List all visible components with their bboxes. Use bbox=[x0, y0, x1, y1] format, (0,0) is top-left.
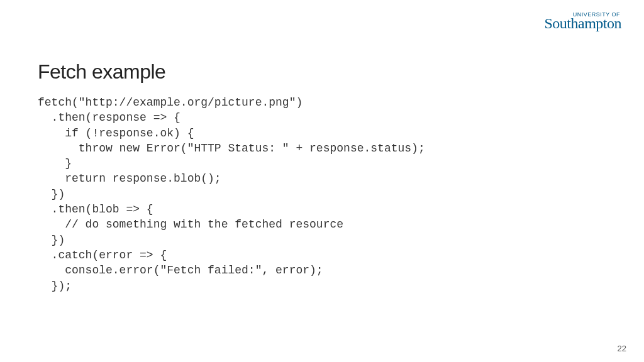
slide-title: Fetch example bbox=[38, 60, 606, 84]
university-logo: UNIVERSITY OF Southampton bbox=[544, 11, 621, 32]
code-block: fetch("http://example.org/picture.png") … bbox=[38, 95, 606, 293]
page-number: 22 bbox=[618, 344, 626, 353]
slide-content: Fetch example fetch("http://example.org/… bbox=[0, 0, 644, 293]
logo-main-text: Southampton bbox=[544, 15, 621, 32]
